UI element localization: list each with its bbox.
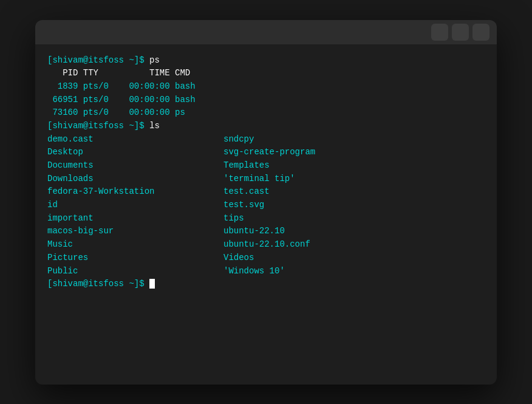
terminal-line: fedora-37-Workstationtest.cast — [47, 185, 485, 199]
terminal-line: [shivam@itsfoss ~]$ ps — [47, 54, 485, 67]
terminal-line: Public'Windows 10' — [47, 265, 485, 278]
terminal-line: importanttips — [47, 212, 485, 225]
terminal-line: [shivam@itsfoss ~]$ — [47, 278, 485, 291]
minimize-button[interactable] — [431, 24, 448, 41]
terminal-line: demo.castsndcpy — [47, 133, 485, 146]
terminal-line: 66951 pts/0 00:00:00 bash — [47, 94, 485, 107]
add-tab-button[interactable] — [43, 24, 60, 41]
maximize-button[interactable] — [452, 24, 469, 41]
terminal-line: [shivam@itsfoss ~]$ ls — [47, 120, 485, 133]
terminal-line: DocumentsTemplates — [47, 159, 485, 173]
terminal-line: Musicubuntu-22.10.conf — [47, 238, 485, 252]
terminal-line: Downloads'terminal tip' — [47, 173, 485, 186]
terminal-line: macos-big-surubuntu-22.10 — [47, 225, 485, 238]
terminal-line: 73160 pts/0 00:00:00 ps — [47, 106, 485, 120]
titlebar-left — [43, 24, 83, 41]
titlebar — [35, 20, 497, 44]
terminal-line: 1839 pts/0 00:00:00 bash — [47, 80, 485, 94]
close-button[interactable] — [472, 24, 489, 41]
terminal-line: PID TTY TIME CMD — [47, 67, 485, 80]
titlebar-right — [431, 24, 489, 41]
terminal-line: Desktopsvg-create-program — [47, 146, 485, 159]
terminal-line: PicturesVideos — [47, 252, 485, 265]
menu-button[interactable] — [66, 24, 83, 41]
terminal-line: idtest.svg — [47, 199, 485, 212]
terminal-body[interactable]: [shivam@itsfoss ~]$ ps PID TTY TIME CMD … — [35, 44, 497, 385]
terminal-window: [shivam@itsfoss ~]$ ps PID TTY TIME CMD … — [35, 20, 497, 385]
